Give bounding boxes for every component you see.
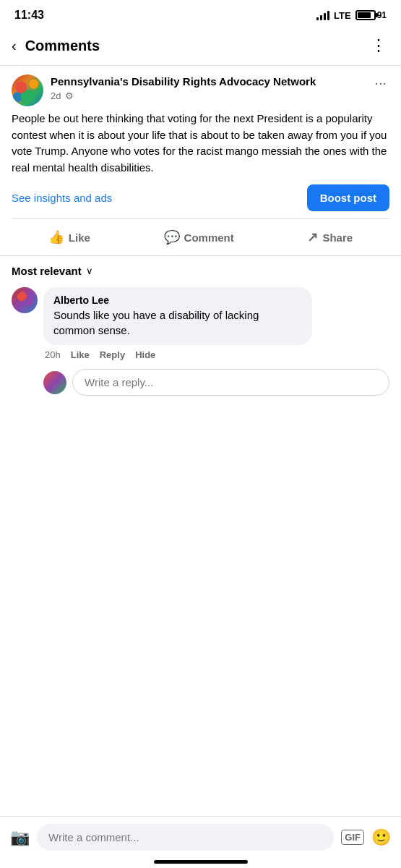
more-options-button[interactable]: ⋮	[368, 33, 389, 58]
chevron-down-icon[interactable]: ∨	[86, 265, 93, 276]
comment-reply-button[interactable]: Reply	[100, 349, 125, 360]
lte-label: LTE	[334, 10, 351, 21]
post-author-info: Pennsylvania's Disability Rights Advocac…	[51, 75, 316, 101]
comment-item: Alberto Lee Sounds like you have a disab…	[12, 287, 389, 360]
comment-author: Alberto Lee	[53, 294, 302, 306]
status-icons: LTE 91	[316, 10, 387, 21]
sort-row: Most relevant ∨	[12, 265, 389, 277]
post-options-button[interactable]: ···	[371, 75, 389, 91]
battery-icon: 91	[355, 10, 387, 20]
like-button[interactable]: 👍 Like	[40, 225, 99, 250]
comment-actions: 20h Like Reply Hide	[43, 349, 348, 360]
back-button[interactable]: ‹	[12, 35, 22, 57]
comment-icon: 💬	[164, 229, 180, 245]
signal-icon	[316, 10, 329, 20]
page-title: Comments	[25, 38, 368, 54]
comments-section: Most relevant ∨ Alberto Lee Sounds like …	[0, 256, 401, 396]
comment-time: 20h	[45, 349, 61, 360]
post-text: People be out here thinking that voting …	[12, 111, 389, 176]
gear-icon: ⚙	[65, 90, 74, 101]
reaction-bar: 👍 Like 💬 Comment ↗ Share	[12, 218, 389, 255]
comment-hide-button[interactable]: Hide	[135, 349, 155, 360]
post-section: Pennsylvania's Disability Rights Advocac…	[0, 66, 401, 256]
post-time: 2d	[51, 90, 61, 101]
gif-button[interactable]: GIF	[341, 830, 364, 845]
boost-button[interactable]: Boost post	[307, 184, 389, 211]
nav-header: ‹ Comments ⋮	[0, 27, 401, 66]
avatar	[12, 75, 43, 106]
post-author-name: Pennsylvania's Disability Rights Advocac…	[51, 75, 316, 89]
insights-link[interactable]: See insights and ads	[12, 192, 112, 204]
reply-row	[12, 369, 389, 396]
status-bar: 11:43 LTE 91	[0, 0, 401, 27]
like-icon: 👍	[48, 229, 64, 245]
battery-level: 91	[377, 10, 387, 20]
post-meta: 2d ⚙	[51, 90, 316, 101]
comment-button[interactable]: 💬 Comment	[155, 225, 243, 250]
emoji-icon[interactable]: 🙂	[371, 828, 391, 847]
comment-input[interactable]	[37, 824, 334, 851]
status-time: 11:43	[14, 9, 44, 22]
comment-label: Comment	[184, 231, 234, 244]
reply-input[interactable]	[72, 369, 389, 396]
comment-text: Sounds like you have a disability of lac…	[53, 307, 302, 338]
post-header: Pennsylvania's Disability Rights Advocac…	[12, 75, 389, 106]
share-button[interactable]: ↗ Share	[298, 225, 361, 250]
comment-avatar	[12, 287, 38, 313]
share-label: Share	[322, 231, 353, 244]
comment-like-button[interactable]: Like	[71, 349, 90, 360]
comment-bubble: Alberto Lee Sounds like you have a disab…	[43, 287, 312, 345]
camera-icon[interactable]: 📷	[10, 828, 30, 847]
post-actions-row: See insights and ads Boost post	[12, 184, 389, 211]
home-indicator	[154, 860, 248, 864]
share-icon: ↗	[307, 229, 318, 245]
post-header-left: Pennsylvania's Disability Rights Advocac…	[12, 75, 316, 106]
like-label: Like	[69, 231, 90, 244]
sort-label: Most relevant	[12, 265, 82, 277]
reply-avatar	[43, 371, 66, 394]
